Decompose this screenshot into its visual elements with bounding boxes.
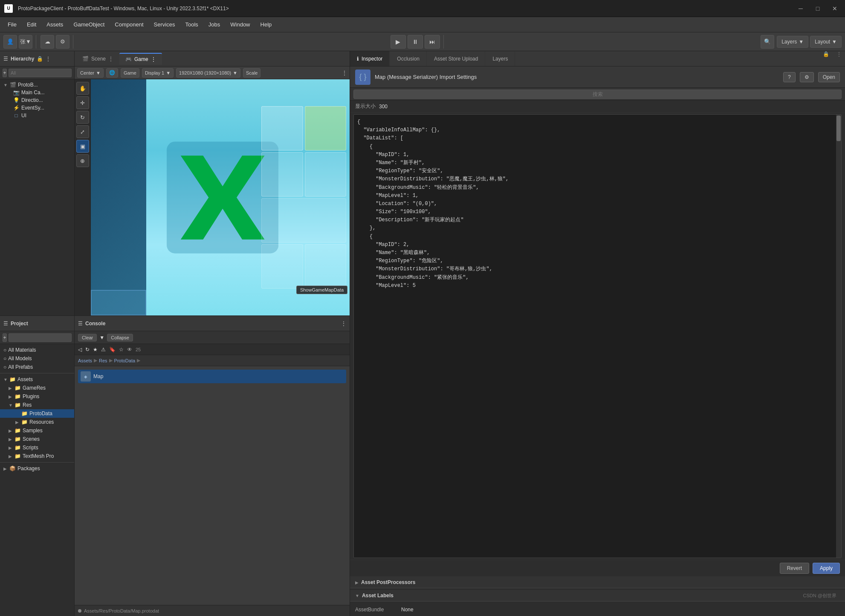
scale-tool-button[interactable]: ⤢ bbox=[76, 125, 89, 138]
rect-tool-button[interactable]: ▣ bbox=[76, 140, 89, 153]
collapse-button[interactable]: Collapse bbox=[107, 334, 133, 341]
search-button[interactable]: 🔍 bbox=[761, 35, 774, 49]
clear-button[interactable]: Clear bbox=[78, 334, 97, 341]
hierarchy-more-icon[interactable]: ⋮ bbox=[46, 56, 51, 62]
menu-help[interactable]: Help bbox=[256, 20, 276, 29]
apply-button[interactable]: Apply bbox=[813, 563, 840, 574]
hierarchy-item-ui[interactable]: □ UI bbox=[0, 112, 74, 119]
bookmark-icon[interactable]: 🔖 bbox=[109, 347, 116, 353]
account-dropdown[interactable]: 张 ▼ bbox=[19, 35, 32, 49]
star-filter-icon[interactable]: ★ bbox=[93, 347, 98, 353]
settings-button[interactable]: ⚙ bbox=[56, 35, 69, 49]
minimize-button[interactable]: ─ bbox=[795, 3, 807, 14]
hierarchy-item-dirlight[interactable]: 💡 Directio... bbox=[0, 96, 74, 104]
center-dropdown[interactable]: Center ▼ bbox=[77, 68, 104, 78]
breadcrumb-assets[interactable]: Assets bbox=[78, 358, 92, 363]
project-tree-textmeshpro[interactable]: ▶ 📁 TextMesh Pro bbox=[0, 452, 74, 460]
menu-gameobject[interactable]: GameObject bbox=[69, 20, 109, 29]
hierarchy-add-button[interactable]: + bbox=[3, 69, 7, 77]
warning-icon[interactable]: ⚠ bbox=[101, 347, 106, 353]
hierarchy-menu-icon[interactable]: ☰ bbox=[3, 56, 8, 62]
asset-labels-section-header[interactable]: ▼ Asset Labels bbox=[350, 590, 845, 602]
tab-inspector[interactable]: ℹ Inspector bbox=[350, 51, 390, 66]
layout-dropdown[interactable]: Layout ▼ bbox=[810, 36, 842, 48]
hand-tool-button[interactable]: ✋ bbox=[76, 82, 89, 95]
tab-occlusion[interactable]: Occlusion bbox=[390, 51, 427, 66]
settings-button[interactable]: ⚙ bbox=[800, 72, 814, 82]
tab-layers[interactable]: Layers bbox=[486, 51, 515, 66]
help-button[interactable]: ? bbox=[783, 72, 796, 82]
eye-icon[interactable]: 👁 bbox=[127, 347, 132, 353]
more-game-icon[interactable]: ⋮ bbox=[342, 70, 347, 76]
star-icon[interactable]: ☆ bbox=[119, 347, 124, 353]
menu-edit[interactable]: Edit bbox=[23, 20, 41, 29]
hierarchy-item-eventsystem[interactable]: ⚡ EventSy... bbox=[0, 104, 74, 112]
asset-postprocessors-section[interactable]: ▶ Asset PostProcessors bbox=[350, 577, 845, 588]
menu-window[interactable]: Window bbox=[226, 20, 254, 29]
hierarchy-item-maincamera[interactable]: 📷 Main Ca... bbox=[0, 89, 74, 96]
tab-game[interactable]: 🎮 Game ⋮ bbox=[119, 53, 162, 65]
project-tree-assets[interactable]: ▼ 📁 Assets bbox=[0, 375, 74, 384]
play-button[interactable]: ▶ bbox=[391, 35, 406, 49]
account-button[interactable]: 👤 bbox=[3, 35, 17, 49]
tab-asset-store[interactable]: Asset Store Upload bbox=[427, 51, 485, 66]
maximize-button[interactable]: □ bbox=[812, 3, 824, 14]
move-tool-button[interactable]: ✛ bbox=[76, 96, 89, 109]
layers-dropdown[interactable]: Layers ▼ bbox=[777, 36, 808, 48]
project-item-all-materials[interactable]: ○ All Materials bbox=[0, 346, 74, 354]
menu-services[interactable]: Services bbox=[150, 20, 179, 29]
inspector-lock-icon[interactable]: 🔒 bbox=[819, 51, 833, 66]
project-tree-samples[interactable]: ▶ 📁 Samples bbox=[0, 426, 74, 435]
open-button[interactable]: Open bbox=[818, 72, 840, 82]
project-tree-scripts[interactable]: ▶ 📁 Scripts bbox=[0, 443, 74, 452]
project-tree-plugins[interactable]: ▶ 📁 Plugins bbox=[0, 392, 74, 401]
sync-icon[interactable]: ↻ bbox=[85, 347, 90, 353]
inspector-header: { } Map (Message Serializer) Import Sett… bbox=[350, 67, 845, 88]
project-tree-res[interactable]: ▼ 📁 Res bbox=[0, 401, 74, 409]
json-scrollbar-thumb[interactable] bbox=[836, 116, 841, 141]
display-dropdown[interactable]: Display 1 ▼ bbox=[142, 68, 174, 78]
project-tree-protodata[interactable]: 📁 ProtoData bbox=[0, 409, 74, 418]
rotate-tool-button[interactable]: ↻ bbox=[76, 111, 89, 124]
cloud-button[interactable]: ☁ bbox=[41, 35, 54, 49]
game-label-dropdown[interactable]: Game bbox=[121, 68, 139, 78]
project-add-button[interactable]: + bbox=[3, 333, 7, 342]
inspector-search-input[interactable] bbox=[353, 90, 842, 99]
tab-scene[interactable]: 🎬 Scene ⋮ bbox=[76, 53, 119, 64]
project-tree-scenes[interactable]: ▶ 📁 Scenes bbox=[0, 435, 74, 443]
breadcrumb-res[interactable]: Res bbox=[99, 358, 107, 363]
project-item-all-models[interactable]: ○ All Models bbox=[0, 354, 74, 363]
json-scrollbar[interactable] bbox=[836, 115, 841, 558]
step-button[interactable]: ⏭ bbox=[425, 35, 440, 49]
clear-dropdown-icon[interactable]: ▼ bbox=[99, 335, 104, 341]
global-dropdown[interactable]: 🌐 bbox=[106, 68, 118, 78]
project-tree-resources[interactable]: ▶ 📁 Resources bbox=[0, 418, 74, 426]
menu-tools[interactable]: Tools bbox=[181, 20, 202, 29]
hierarchy-search-input[interactable] bbox=[9, 69, 72, 77]
project-menu-icon[interactable]: ☰ bbox=[3, 321, 8, 327]
file-item-map[interactable]: ◈ Map bbox=[78, 370, 346, 383]
console-menu-icon[interactable]: ☰ bbox=[78, 321, 83, 327]
resolution-dropdown[interactable]: 1920X1080 (1920×1080) ▼ bbox=[176, 68, 240, 78]
inspector-more-icon[interactable]: ⋮ bbox=[833, 51, 845, 66]
project-item-all-prefabs[interactable]: ○ All Prefabs bbox=[0, 363, 74, 371]
project-tree-gameres[interactable]: ▶ 📁 GameRes bbox=[0, 384, 74, 392]
project-search-input[interactable] bbox=[9, 333, 72, 342]
hierarchy-lock-icon[interactable]: 🔒 bbox=[37, 56, 43, 62]
menu-component[interactable]: Component bbox=[110, 20, 148, 29]
hierarchy-item-protob[interactable]: ▼ 🎬 ProtoB... bbox=[0, 81, 74, 89]
menu-file[interactable]: File bbox=[3, 20, 21, 29]
close-button[interactable]: ✕ bbox=[829, 3, 841, 14]
transform-tool-button[interactable]: ⊕ bbox=[76, 154, 89, 167]
menu-jobs[interactable]: Jobs bbox=[204, 20, 224, 29]
pause-button[interactable]: ⏸ bbox=[408, 35, 423, 49]
project-tree-packages[interactable]: ▶ 📦 Packages bbox=[0, 464, 74, 473]
menu-assets[interactable]: Assets bbox=[42, 20, 67, 29]
breadcrumb-protodata[interactable]: ProtoData bbox=[114, 358, 136, 363]
console-more-icon[interactable]: ⋮ bbox=[341, 321, 346, 327]
scene-tab-more[interactable]: ⋮ bbox=[108, 56, 113, 62]
game-tab-more[interactable]: ⋮ bbox=[151, 56, 156, 62]
revert-button[interactable]: Revert bbox=[780, 563, 809, 574]
back-icon[interactable]: ◁ bbox=[78, 347, 82, 353]
json-content-area[interactable]: { "VariableInfoAllMap": {}, "DataList": … bbox=[353, 114, 842, 558]
